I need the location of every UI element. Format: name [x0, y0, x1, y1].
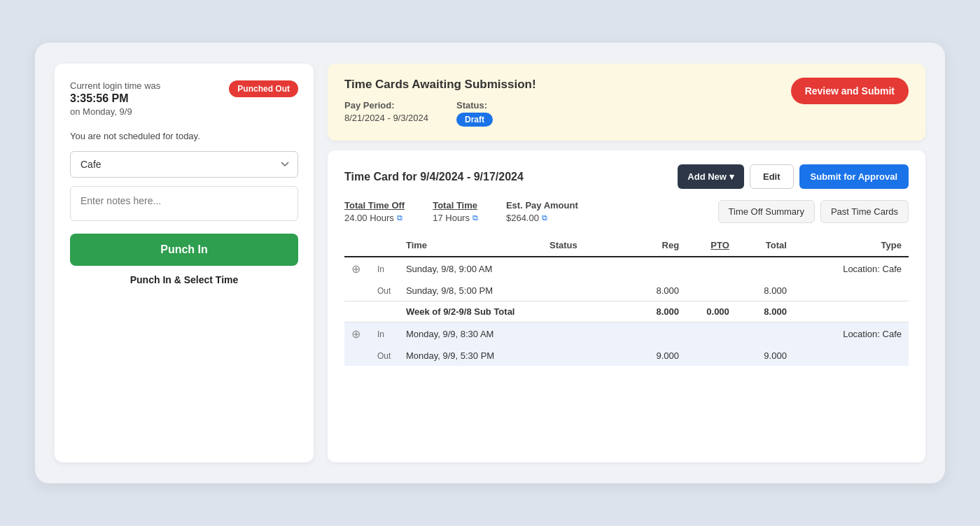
time-card-title-area: Time Card for 9/4/2024 - 9/17/2024: [344, 171, 524, 183]
not-scheduled-text: You are not scheduled for today.: [70, 131, 298, 141]
login-label: Current login time was: [70, 80, 160, 91]
external-link-icon-3[interactable]: ⧉: [542, 213, 547, 222]
review-submit-button[interactable]: Review and Submit: [791, 78, 909, 104]
time-cell: Sunday, 9/8, 9:00 AM: [399, 257, 542, 280]
notification-banner: Time Cards Awaiting Submission! Pay Peri…: [328, 64, 925, 141]
outer-card: Current login time was 3:35:56 PM on Mon…: [35, 43, 945, 483]
total-time-off-value: 24.00 Hours ⧉: [344, 213, 405, 223]
total-time-stat: Total Time 17 Hours ⧉: [433, 200, 478, 223]
col-header-io: [370, 234, 399, 257]
in-out-label-cell: Out: [370, 346, 399, 366]
col-header-time: Time: [399, 234, 542, 257]
login-header: Current login time was 3:35:56 PM on Mon…: [70, 80, 298, 117]
add-row-cell: ⊕: [344, 257, 370, 280]
in-label: In: [377, 329, 384, 339]
time-card-title: Time Card: [344, 171, 399, 183]
notes-input[interactable]: [70, 186, 298, 221]
subtotal-reg: 8.000: [629, 301, 686, 322]
col-header-type: Type: [794, 234, 909, 257]
subtotal-row: Week of 9/2-9/8 Sub Total 8.000 0.000 8.…: [344, 301, 909, 322]
est-pay-value: $264.00 ⧉: [506, 213, 578, 223]
total-time-off-stat: Total Time Off 24.00 Hours ⧉: [344, 200, 405, 223]
table-row: ⊕ In Monday, 9/9, 8:30 AM Location: Cafe: [344, 322, 909, 346]
login-date: on Monday, 9/9: [70, 106, 160, 117]
pto-cell: [686, 322, 736, 346]
status-item: Status: Draft: [456, 100, 493, 127]
table-row: Out Monday, 9/9, 5:30 PM 9.000 9.000: [344, 346, 909, 366]
pto-cell: [686, 257, 736, 280]
total-cell: [736, 257, 794, 280]
status-label: Status:: [456, 100, 493, 111]
time-cell: Sunday, 9/8, 5:00 PM: [399, 280, 542, 301]
edit-button[interactable]: Edit: [750, 164, 794, 189]
total-time-off-label: Total Time Off: [344, 200, 405, 211]
subtotal-type: [794, 301, 909, 322]
external-link-icon-2[interactable]: ⧉: [472, 213, 478, 222]
time-off-summary-button[interactable]: Time Off Summary: [718, 200, 815, 223]
time-card-header: Time Card for 9/4/2024 - 9/17/2024 Add N…: [344, 164, 909, 189]
add-row-icon[interactable]: ⊕: [351, 328, 360, 340]
notification-content: Time Cards Awaiting Submission! Pay Peri…: [344, 78, 536, 127]
total-cell: 8.000: [736, 280, 794, 301]
add-new-label: Add New: [687, 171, 727, 182]
pay-period-value: 8/21/2024 - 9/3/2024: [344, 113, 428, 123]
subtotal-label: Week of 9/2-9/8 Sub Total: [399, 301, 629, 322]
reg-cell: [629, 257, 686, 280]
stats-left: Total Time Off 24.00 Hours ⧉ Total Time …: [344, 200, 578, 223]
out-label: Out: [377, 351, 391, 361]
total-time-label: Total Time: [433, 200, 478, 211]
pay-period-item: Pay Period: 8/21/2024 - 9/3/2024: [344, 100, 428, 127]
time-table: Time Status Reg PTO Total Type ⊕: [344, 234, 909, 366]
table-row: Out Sunday, 9/8, 5:00 PM 8.000 8.000: [344, 280, 909, 301]
past-time-cards-button[interactable]: Past Time Cards: [820, 200, 909, 223]
time-card-period: for 9/4/2024 - 9/17/2024: [402, 171, 523, 183]
col-header-plus: [344, 234, 370, 257]
login-info: Current login time was 3:35:56 PM on Mon…: [70, 80, 160, 117]
pto-cell: [686, 280, 736, 301]
out-label: Out: [377, 286, 391, 296]
est-pay-label: Est. Pay Amount: [506, 200, 578, 211]
type-cell: [794, 280, 909, 301]
add-new-button[interactable]: Add New ▾: [678, 164, 744, 189]
est-pay-stat: Est. Pay Amount $264.00 ⧉: [506, 200, 578, 223]
chevron-down-icon: ▾: [729, 171, 734, 182]
notification-title: Time Cards Awaiting Submission!: [344, 78, 536, 92]
in-out-label-cell: In: [370, 257, 399, 280]
location-select[interactable]: Cafe: [70, 151, 298, 178]
time-card-section: Time Card for 9/4/2024 - 9/17/2024 Add N…: [328, 150, 925, 462]
pay-period-label: Pay Period:: [344, 100, 428, 111]
punch-in-button[interactable]: Punch In: [70, 234, 298, 266]
stats-row: Total Time Off 24.00 Hours ⧉ Total Time …: [344, 200, 909, 223]
subtotal-spacer: [344, 301, 399, 322]
stats-right: Time Off Summary Past Time Cards: [718, 200, 909, 223]
total-cell: [736, 322, 794, 346]
type-cell: Location: Cafe: [794, 322, 909, 346]
external-link-icon-1[interactable]: ⧉: [397, 213, 402, 222]
col-header-reg: Reg: [629, 234, 686, 257]
total-time-value: 17 Hours ⧉: [433, 213, 478, 223]
col-header-total: Total: [736, 234, 794, 257]
subtotal-total: 8.000: [736, 301, 794, 322]
status-cell: [542, 257, 629, 280]
status-cell: [542, 346, 629, 366]
submit-approval-button[interactable]: Submit for Approval: [799, 164, 909, 189]
reg-cell: 9.000: [629, 346, 686, 366]
pto-cell: [686, 346, 736, 366]
in-out-label-cell: Out: [370, 280, 399, 301]
col-header-status: Status: [542, 234, 629, 257]
login-time: 3:35:56 PM: [70, 92, 160, 105]
draft-badge: Draft: [456, 113, 493, 127]
add-row-icon[interactable]: ⊕: [351, 263, 360, 275]
reg-cell: [629, 322, 686, 346]
time-cell: Monday, 9/9, 8:30 AM: [399, 322, 542, 346]
time-card-actions: Add New ▾ Edit Submit for Approval: [678, 164, 909, 189]
table-row: ⊕ In Sunday, 9/8, 9:00 AM Location: Cafe: [344, 257, 909, 280]
total-cell: 9.000: [736, 346, 794, 366]
col-header-pto: PTO: [686, 234, 736, 257]
empty-cell: [344, 346, 370, 366]
status-cell: [542, 280, 629, 301]
right-panel: Time Cards Awaiting Submission! Pay Peri…: [328, 64, 925, 462]
reg-cell: 8.000: [629, 280, 686, 301]
type-cell: [794, 346, 909, 366]
punch-in-select-time[interactable]: Punch In & Select Time: [70, 274, 298, 285]
